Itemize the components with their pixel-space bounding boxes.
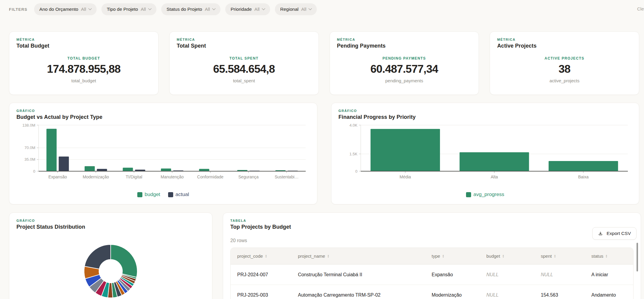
svg-text:35.0M: 35.0M: [25, 157, 35, 162]
svg-text:TI/Digital: TI/Digital: [126, 174, 142, 179]
legend-swatch: [168, 192, 173, 197]
column-header-spent[interactable]: spent▲▼: [541, 254, 591, 259]
chart-title: Financial Progress by Priority: [339, 114, 632, 120]
chevron-down-icon: [309, 7, 312, 10]
table-kicker: TABELA: [230, 219, 634, 222]
column-header-project_code[interactable]: project_code▲▼: [231, 254, 298, 259]
sort-icon: ▲▼: [442, 254, 444, 258]
cell-project_name: Construção Terminal Cuiabá II: [298, 272, 432, 277]
metric-value: 38: [497, 63, 632, 75]
svg-text:138.0M: 138.0M: [22, 123, 35, 128]
legend-label: budget: [145, 192, 160, 198]
budget-vs-actual-chart[interactable]: 138.0M70.0M35.0M0ExpansãoModernizaçãoTI/…: [16, 122, 310, 187]
cell-spent: 154.563: [541, 292, 591, 298]
filter-pill-1[interactable]: Tipo de ProjetoAll: [101, 3, 156, 15]
export-csv-label: Export CSV: [607, 231, 631, 236]
filter-pill-value: All: [205, 7, 210, 12]
svg-text:Expansão: Expansão: [48, 174, 67, 179]
chart-kicker: GRÁFICO: [16, 109, 310, 113]
filter-pill-2[interactable]: Status do ProjetoAll: [161, 3, 220, 15]
chart-title: Budget vs Actual by Project Type: [16, 114, 310, 120]
metric-value: 65.584.654,8: [177, 63, 311, 75]
cell-type: Modernização: [432, 292, 486, 298]
cell-budget: NULL: [486, 272, 541, 277]
column-label: project_name: [298, 254, 325, 259]
metric-value-label: TOTAL BUDGET: [16, 56, 151, 60]
legend-item-avg_progress[interactable]: avg_progress: [466, 192, 504, 198]
metric-value-label: ACTIVE PROJECTS: [497, 56, 632, 60]
table-body: PRJ-2024-007Construção Terminal Cuiabá I…: [231, 265, 633, 299]
filter-pill-label: Regional: [280, 7, 299, 12]
projects-table: project_code▲▼project_name▲▼type▲▼budget…: [230, 248, 634, 299]
table-row-0[interactable]: PRJ-2024-007Construção Terminal Cuiabá I…: [231, 265, 633, 285]
metric-field-name: total_budget: [16, 78, 151, 83]
filter-pill-3[interactable]: PrioridadeAll: [225, 3, 270, 15]
cell-project_code: PRJ-2024-007: [231, 272, 298, 277]
download-icon: [598, 231, 603, 236]
filter-pill-0[interactable]: Ano do OrçamentoAll: [34, 3, 97, 15]
column-label: status: [591, 254, 603, 259]
metric-card-active_projects: MÉTRICAActive ProjectsACTIVE PROJECTS38a…: [490, 31, 639, 95]
metrics-row: MÉTRICATotal BudgetTOTAL BUDGET174.878.9…: [9, 31, 639, 95]
metric-value-label: TOTAL SPENT: [177, 56, 311, 60]
financial-progress-chart[interactable]: 4.0K1.5K0MédiaAltaBaixa: [339, 122, 632, 187]
metric-title: Pending Payments: [337, 43, 472, 49]
svg-text:Manutenção: Manutenção: [161, 174, 184, 179]
svg-text:Conformidade: Conformidade: [197, 174, 223, 179]
metric-title: Total Spent: [177, 43, 311, 49]
cell-type: Expansão: [432, 272, 486, 277]
metric-field-name: total_spent: [177, 78, 311, 83]
filter-pill-label: Prioridade: [231, 7, 252, 12]
legend-item-actual[interactable]: actual: [168, 192, 189, 198]
table-row-1[interactable]: PRJ-2025-003Automação Carregamento TRM-S…: [231, 285, 633, 299]
metric-card-pending_payments: MÉTRICAPending PaymentsPENDING PAYMENTS6…: [330, 31, 479, 95]
metric-title: Total Budget: [16, 43, 151, 49]
bottom-row: GRÁFICO Project Status Distribution TABE…: [9, 213, 639, 299]
svg-text:4.0K: 4.0K: [349, 123, 357, 128]
chevron-down-icon: [88, 7, 92, 10]
chart-kicker: GRÁFICO: [16, 219, 205, 222]
svg-text:70.0M: 70.0M: [25, 145, 35, 150]
metric-kicker: MÉTRICA: [337, 38, 472, 41]
status-distribution-donut[interactable]: [16, 243, 205, 299]
filter-pill-label: Ano do Orçamento: [39, 7, 78, 12]
charts-row: GRÁFICO Budget vs Actual by Project Type…: [9, 103, 639, 204]
column-header-status[interactable]: status▲▼: [591, 254, 633, 259]
svg-text:Sustentabi…: Sustentabi…: [275, 174, 299, 179]
svg-text:Média: Média: [399, 174, 411, 179]
metric-kicker: MÉTRICA: [16, 38, 151, 41]
legend-swatch: [137, 192, 142, 197]
metric-value: 60.487.577,34: [337, 63, 472, 75]
svg-text:Alta: Alta: [491, 174, 498, 179]
chart-title: Project Status Distribution: [16, 224, 205, 230]
metric-title: Active Projects: [497, 43, 632, 49]
legend-item-budget[interactable]: budget: [137, 192, 160, 198]
chart-card-financial-progress: GRÁFICO Financial Progress by Priority 4…: [331, 103, 640, 204]
legend-label: avg_progress: [474, 192, 504, 198]
legend-label: actual: [176, 192, 189, 198]
cell-project_code: PRJ-2025-003: [231, 292, 298, 298]
sort-icon: ▲▼: [605, 254, 608, 258]
clear-filters-button[interactable]: Clear: [637, 6, 644, 11]
budget-vs-actual-legend: budgetactual: [16, 192, 310, 198]
column-header-budget[interactable]: budget▲▼: [486, 254, 541, 259]
sort-icon: ▲▼: [327, 254, 329, 258]
cell-budget: NULL: [486, 292, 541, 298]
svg-text:Baixa: Baixa: [578, 174, 588, 179]
metric-kicker: MÉTRICA: [177, 38, 311, 41]
column-header-project_name[interactable]: project_name▲▼: [298, 254, 432, 259]
filter-pill-value: All: [301, 7, 306, 12]
chevron-down-icon: [212, 7, 215, 10]
table-title: Top Projects by Budget: [230, 224, 634, 230]
svg-text:0: 0: [33, 169, 35, 174]
metric-field-name: active_projects: [497, 78, 632, 83]
financial-progress-legend: avg_progress: [339, 192, 632, 198]
metric-card-total_budget: MÉTRICATotal BudgetTOTAL BUDGET174.878.9…: [9, 31, 159, 95]
filter-pill-4[interactable]: RegionalAll: [275, 3, 317, 15]
filter-pill-label: Status do Projeto: [167, 7, 202, 12]
chevron-down-icon: [148, 7, 151, 10]
sort-icon: ▲▼: [502, 254, 504, 258]
column-header-type[interactable]: type▲▼: [432, 254, 486, 259]
export-csv-button[interactable]: Export CSV: [592, 227, 637, 240]
table-scrollbar[interactable]: [637, 243, 638, 271]
